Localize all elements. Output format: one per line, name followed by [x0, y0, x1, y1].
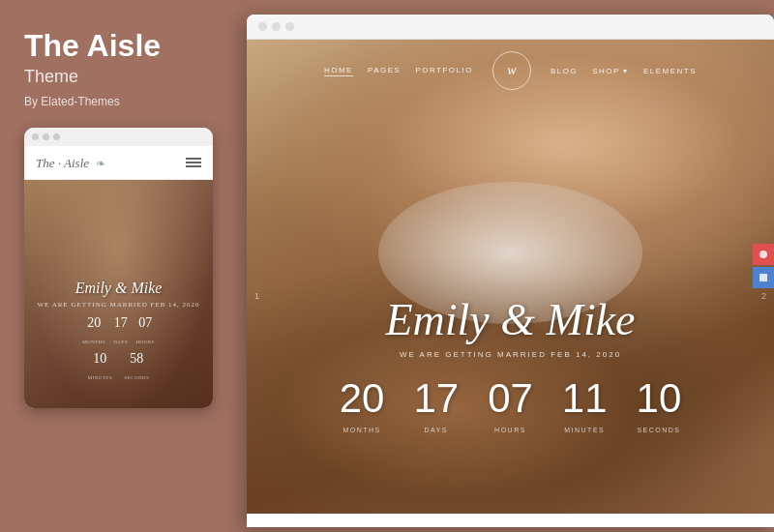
- red-btn-icon: [758, 249, 769, 260]
- mobile-countdown-row2: 10 MINUTES 58 SECONDS: [24, 352, 213, 383]
- mobile-logo-text: The · Aisle: [36, 156, 89, 170]
- desktop-months: 20 MONTHS: [340, 378, 385, 436]
- side-button-red[interactable]: [753, 244, 774, 265]
- left-panel: The Aisle Theme By Elated-Themes The · A…: [0, 0, 237, 532]
- mobile-nav: The · Aisle ❧: [24, 146, 213, 180]
- desktop-browser-bar: [247, 15, 774, 40]
- mobile-minutes-num: 10: [87, 352, 112, 366]
- theme-title: The Aisle: [24, 29, 218, 63]
- desktop-minutes: 11 MINUTES: [562, 378, 608, 436]
- mobile-days: 17 DAYS: [113, 316, 128, 347]
- mobile-minutes: 10 MINUTES: [87, 352, 112, 383]
- hamburger-menu-icon[interactable]: [186, 158, 201, 167]
- nav-items-right: BLOG SHOP ▾ ELEMENTS: [551, 67, 697, 75]
- svg-rect-1: [759, 274, 767, 281]
- mobile-seconds: 58 SECONDS: [124, 352, 149, 383]
- desktop-countdown: 20 MONTHS 17 DAYS 07 HOURS 11 MINUTES 10: [247, 378, 774, 436]
- desktop-mockup: HOME PAGES PORTFOLIO w BLOG SHOP ▾ ELEME…: [247, 15, 774, 527]
- mobile-mockup: The · Aisle ❧ Emily & Mike WE ARE GETTIN…: [24, 128, 213, 408]
- nav-logo[interactable]: w: [492, 51, 531, 90]
- mobile-logo: The · Aisle ❧: [36, 154, 105, 171]
- desktop-days: 17 DAYS: [413, 378, 459, 436]
- nav-blog[interactable]: BLOG: [551, 67, 578, 75]
- mobile-hours-label: HOURS: [135, 340, 154, 344]
- nav-elements[interactable]: ELEMENTS: [643, 67, 697, 75]
- desktop-dot-1: [258, 22, 267, 31]
- mobile-days-num: 17: [113, 316, 128, 330]
- desktop-dot-3: [285, 22, 294, 31]
- desktop-days-label: DAYS: [425, 427, 449, 433]
- mobile-couple-name: Emily & Mike: [24, 280, 213, 297]
- desktop-hero-text: Emily & Mike WE ARE GETTING MARRIED FEB …: [247, 298, 774, 436]
- mobile-logo-leaf-icon: ❧: [96, 157, 105, 170]
- blue-btn-icon: [758, 272, 769, 283]
- desktop-seconds-num: 10: [637, 378, 682, 419]
- desktop-hero: HOME PAGES PORTFOLIO w BLOG SHOP ▾ ELEME…: [247, 40, 774, 514]
- mobile-months-label: MONTHS: [82, 340, 105, 344]
- nav-shop[interactable]: SHOP ▾: [592, 67, 629, 75]
- mobile-minutes-label: MINUTES: [87, 375, 112, 380]
- desktop-hours-label: HOURS: [494, 427, 526, 433]
- theme-subtitle: Theme: [24, 67, 218, 87]
- mobile-dot-2: [43, 133, 49, 140]
- pagination-right: 2: [761, 291, 766, 301]
- desktop-seconds-label: SECONDS: [637, 427, 680, 433]
- nav-home[interactable]: HOME: [324, 66, 353, 76]
- mobile-subtitle: WE ARE GETTING MARRIED FEB 14, 2020: [24, 301, 213, 309]
- desktop-subtitle: WE ARE GETTING MARRIED FEB 14, 2020: [247, 350, 774, 359]
- desktop-hours: 07 HOURS: [488, 378, 533, 436]
- theme-author: By Elated-Themes: [24, 95, 218, 108]
- desktop-dot-2: [272, 22, 281, 31]
- desktop-nav: HOME PAGES PORTFOLIO w BLOG SHOP ▾ ELEME…: [247, 40, 774, 102]
- nav-portfolio[interactable]: PORTFOLIO: [415, 66, 473, 76]
- mobile-months-num: 20: [82, 316, 105, 330]
- desktop-days-num: 17: [413, 378, 459, 419]
- mobile-hero-content: Emily & Mike WE ARE GETTING MARRIED FEB …: [24, 180, 213, 408]
- mobile-text-overlay: Emily & Mike WE ARE GETTING MARRIED FEB …: [24, 280, 213, 383]
- desktop-minutes-label: MINUTES: [564, 427, 605, 433]
- nav-pages[interactable]: PAGES: [368, 66, 401, 76]
- mobile-countdown-row1: 20 MONTHS 17 DAYS 07 HOURS: [24, 316, 213, 347]
- mobile-dot-1: [32, 133, 39, 140]
- desktop-months-num: 20: [340, 378, 385, 419]
- desktop-minutes-num: 11: [562, 378, 608, 419]
- mobile-hours-num: 07: [135, 316, 154, 330]
- mobile-hours: 07 HOURS: [135, 316, 154, 347]
- desktop-months-label: MONTHS: [342, 427, 380, 433]
- side-buttons: [753, 244, 774, 288]
- mobile-months: 20 MONTHS: [82, 316, 105, 347]
- desktop-hours-num: 07: [488, 378, 533, 419]
- svg-point-0: [759, 251, 767, 258]
- pagination-left: 1: [254, 291, 259, 301]
- mobile-browser-bar: [24, 128, 213, 146]
- mobile-days-label: DAYS: [113, 340, 128, 344]
- mobile-seconds-num: 58: [124, 352, 149, 366]
- nav-items-left: HOME PAGES PORTFOLIO: [324, 66, 473, 76]
- desktop-seconds: 10 SECONDS: [637, 378, 682, 436]
- mobile-seconds-label: SECONDS: [124, 375, 149, 380]
- desktop-couple-name: Emily & Mike: [247, 298, 774, 342]
- side-button-blue[interactable]: [753, 267, 774, 288]
- mobile-dot-3: [53, 133, 60, 140]
